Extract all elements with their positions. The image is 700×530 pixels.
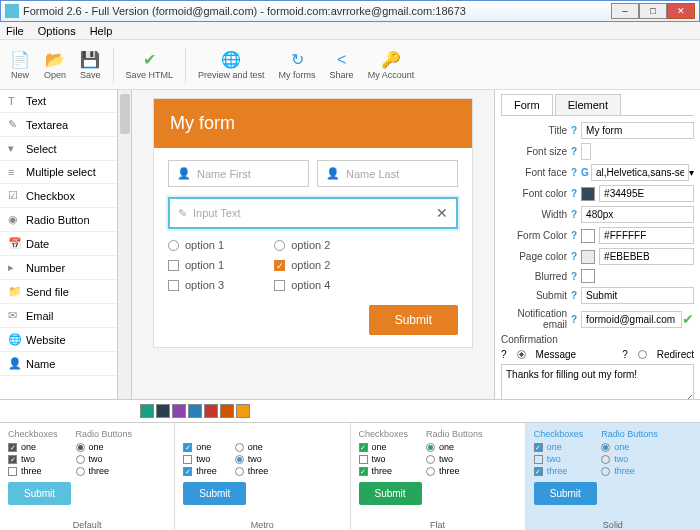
palette-swatch[interactable] [204, 404, 218, 418]
help-icon[interactable]: ? [571, 230, 577, 241]
help-icon[interactable]: ? [571, 146, 577, 157]
widget-item[interactable]: 🌐Website [0, 328, 117, 352]
theme-flat[interactable]: Checkboxes ✓one two ✓three Radio Buttons… [351, 423, 526, 530]
tab-form[interactable]: Form [501, 94, 553, 115]
globe-icon: 🌐 [221, 50, 241, 70]
scrollbar[interactable] [118, 90, 132, 399]
radio-option-1[interactable]: option 1 [168, 239, 224, 251]
scrollbar-thumb[interactable] [120, 94, 130, 134]
menu-help[interactable]: Help [90, 25, 113, 37]
prop-notif-input[interactable] [581, 311, 682, 328]
theme-submit-button[interactable]: Submit [8, 482, 71, 505]
widget-item[interactable]: 📅Date [0, 232, 117, 256]
theme-submit-button[interactable]: Submit [183, 482, 246, 505]
widget-item[interactable]: ◉Radio Button [0, 208, 117, 232]
checkbox-icon: ✓ [183, 467, 192, 476]
savehtml-button[interactable]: ✔Save HTML [120, 48, 180, 82]
help-icon[interactable]: ? [571, 209, 577, 220]
minimize-button[interactable]: – [611, 3, 639, 19]
widget-item[interactable]: ▸Number [0, 256, 117, 280]
prop-submit-label: Submit [501, 290, 571, 301]
formcolor-swatch[interactable] [581, 229, 595, 243]
input-text-field[interactable]: ✎Input Text✕ [168, 197, 458, 229]
myforms-button[interactable]: ↻My forms [273, 48, 322, 82]
new-button[interactable]: 📄New [4, 48, 36, 82]
checkbox-option-4[interactable]: option 4 [274, 279, 330, 291]
help-icon[interactable]: ? [501, 349, 507, 360]
widget-item[interactable]: TText [0, 90, 117, 113]
form-canvas[interactable]: My form 👤Name First 👤Name Last ✎Input Te… [132, 90, 494, 399]
clear-icon[interactable]: ✕ [436, 205, 448, 221]
palette-swatch[interactable] [156, 404, 170, 418]
prop-width-input[interactable] [581, 206, 694, 223]
theme-submit-button[interactable]: Submit [534, 482, 597, 505]
prop-fontface-input[interactable] [591, 164, 689, 181]
theme-solid[interactable]: Checkboxes ✓one two ✓three Radio Buttons… [526, 423, 700, 530]
help-icon[interactable]: ? [571, 314, 577, 325]
menu-options[interactable]: Options [38, 25, 76, 37]
prop-formcolor-input[interactable] [599, 227, 694, 244]
checkbox-icon: ✓ [359, 467, 368, 476]
save-button[interactable]: 💾Save [74, 48, 107, 82]
theme-metro[interactable]: ✓one two ✓three one two three Submit Met… [175, 423, 350, 530]
widget-item[interactable]: ≡Multiple select [0, 161, 117, 184]
widget-icon: 🌐 [8, 333, 20, 346]
help-icon[interactable]: ? [571, 271, 577, 282]
widget-item[interactable]: 👤Name [0, 352, 117, 376]
share-button[interactable]: <Share [324, 48, 360, 82]
widget-item[interactable]: 📁Send file [0, 280, 117, 304]
palette-swatch[interactable] [220, 404, 234, 418]
radio-icon [168, 240, 179, 251]
checkbox-option-1[interactable]: option 1 [168, 259, 224, 271]
prop-title-input[interactable] [581, 122, 694, 139]
prop-submit-input[interactable] [581, 287, 694, 304]
help-icon[interactable]: ? [622, 349, 628, 360]
checkbox-option-3[interactable]: option 3 [168, 279, 224, 291]
help-icon[interactable]: ? [571, 167, 577, 178]
widget-item[interactable]: ✎Textarea [0, 113, 117, 137]
message-radio[interactable] [517, 350, 526, 359]
help-icon[interactable]: ? [571, 290, 577, 301]
radio-icon [235, 443, 244, 452]
radio-option-2[interactable]: option 2 [274, 239, 330, 251]
widget-item[interactable]: ☑Checkbox [0, 184, 117, 208]
submit-button[interactable]: Submit [369, 305, 458, 335]
prop-fontsize-input[interactable] [581, 143, 591, 160]
redirect-radio[interactable] [638, 350, 647, 359]
confirmation-text[interactable] [501, 364, 694, 399]
help-icon[interactable]: ? [571, 125, 577, 136]
preview-button[interactable]: 🌐Preview and test [192, 48, 271, 82]
widget-label: Textarea [26, 119, 68, 131]
form-title[interactable]: My form [154, 99, 472, 148]
widget-item[interactable]: ▾Select [0, 137, 117, 161]
prop-pagecolor-label: Page color [501, 251, 571, 262]
help-icon[interactable]: ? [571, 188, 577, 199]
help-icon[interactable]: ? [571, 251, 577, 262]
theme-default[interactable]: Checkboxes ✓one ✓two three Radio Buttons… [0, 423, 175, 530]
open-button[interactable]: 📂Open [38, 48, 72, 82]
palette-swatch[interactable] [236, 404, 250, 418]
maximize-button[interactable]: □ [639, 3, 667, 19]
tab-element[interactable]: Element [555, 94, 621, 115]
palette-swatch[interactable] [188, 404, 202, 418]
theme-submit-button[interactable]: Submit [359, 482, 422, 505]
name-first-field[interactable]: 👤Name First [168, 160, 309, 187]
widget-icon: 👤 [8, 357, 20, 370]
close-button[interactable]: ✕ [667, 3, 695, 19]
pagecolor-swatch[interactable] [581, 250, 595, 264]
palette-swatch[interactable] [172, 404, 186, 418]
prop-pagecolor-input[interactable] [599, 248, 694, 265]
fontcolor-swatch[interactable] [581, 187, 595, 201]
account-button[interactable]: 🔑My Account [362, 48, 421, 82]
checkbox-icon: ✓ [534, 467, 543, 476]
palette-swatch[interactable] [140, 404, 154, 418]
widget-item[interactable]: ✉Email [0, 304, 117, 328]
prop-fontcolor-input[interactable] [599, 185, 694, 202]
chevron-down-icon[interactable]: ▾ [689, 167, 694, 178]
checkbox-option-2[interactable]: ✓option 2 [274, 259, 330, 271]
prop-width-label: Width [501, 209, 571, 220]
blurred-checkbox[interactable] [581, 269, 595, 283]
menu-file[interactable]: File [6, 25, 24, 37]
name-last-field[interactable]: 👤Name Last [317, 160, 458, 187]
radio-icon [235, 455, 244, 464]
